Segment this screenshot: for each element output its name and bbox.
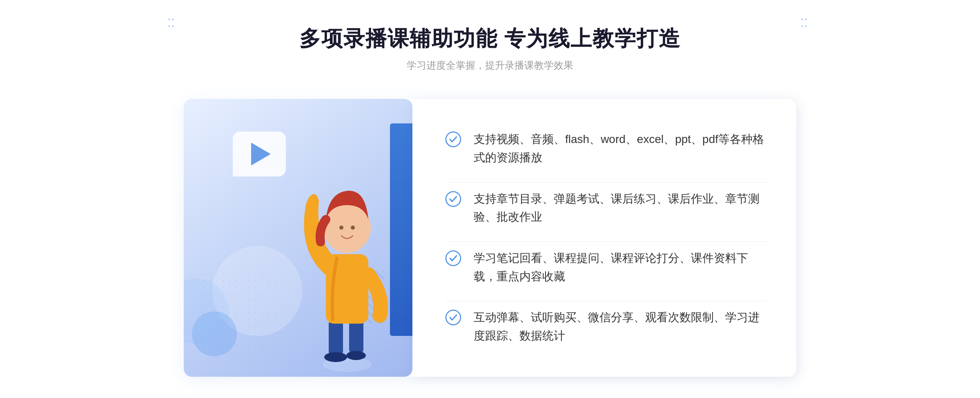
content-area: » xyxy=(184,99,796,377)
page-title: 多项录播课辅助功能 专为线上教学打造 xyxy=(299,25,681,53)
svg-point-7 xyxy=(339,226,343,230)
left-illustration xyxy=(184,99,412,377)
svg-point-4 xyxy=(346,351,366,360)
svg-point-12 xyxy=(446,310,461,325)
svg-rect-2 xyxy=(349,320,363,354)
feature-text-3: 学习笔记回看、课程提问、课程评论打分、课件资料下载，重点内容收藏 xyxy=(474,249,768,286)
feature-item-4: 互动弹幕、试听购买、微信分享、观看次数限制、学习进度跟踪、数据统计 xyxy=(445,301,768,353)
person-illustration xyxy=(265,148,412,377)
svg-point-11 xyxy=(446,251,461,266)
feature-text-2: 支持章节目录、弹题考试、课后练习、课后作业、章节测验、批改作业 xyxy=(474,190,768,227)
check-icon-4 xyxy=(445,309,461,326)
svg-point-3 xyxy=(324,352,347,362)
feature-item-2: 支持章节目录、弹题考试、课后练习、课后作业、章节测验、批改作业 xyxy=(445,182,768,234)
svg-point-9 xyxy=(446,132,461,147)
feature-item-1: 支持视频、音频、flash、word、excel、ppt、pdf等各种格式的资源… xyxy=(445,123,768,174)
svg-point-8 xyxy=(351,226,355,230)
check-icon-1 xyxy=(445,131,461,148)
main-card: 支持视频、音频、flash、word、excel、ppt、pdf等各种格式的资源… xyxy=(184,99,796,377)
right-content-panel: 支持视频、音频、flash、word、excel、ppt、pdf等各种格式的资源… xyxy=(412,99,796,377)
page-subtitle: 学习进度全掌握，提升录播课教学效果 xyxy=(299,59,681,72)
header-section: 多项录播课辅助功能 专为线上教学打造 学习进度全掌握，提升录播课教学效果 xyxy=(299,25,681,72)
feature-item-3: 学习笔记回看、课程提问、课程评论打分、课件资料下载，重点内容收藏 xyxy=(445,241,768,293)
svg-rect-1 xyxy=(329,320,343,356)
feature-text-1: 支持视频、音频、flash、word、excel、ppt、pdf等各种格式的资源… xyxy=(474,130,768,167)
svg-point-10 xyxy=(446,192,461,206)
decorative-dots-left: ⁚⁚ xyxy=(167,16,180,29)
check-icon-3 xyxy=(445,250,461,266)
feature-text-4: 互动弹幕、试听购买、微信分享、观看次数限制、学习进度跟踪、数据统计 xyxy=(474,309,768,345)
page-container: ⁚⁚ ⁚⁚ 多项录播课辅助功能 专为线上教学打造 学习进度全掌握，提升录播课教学… xyxy=(0,0,980,398)
decorative-dots-right: ⁚⁚ xyxy=(800,16,813,29)
check-icon-2 xyxy=(445,191,461,207)
